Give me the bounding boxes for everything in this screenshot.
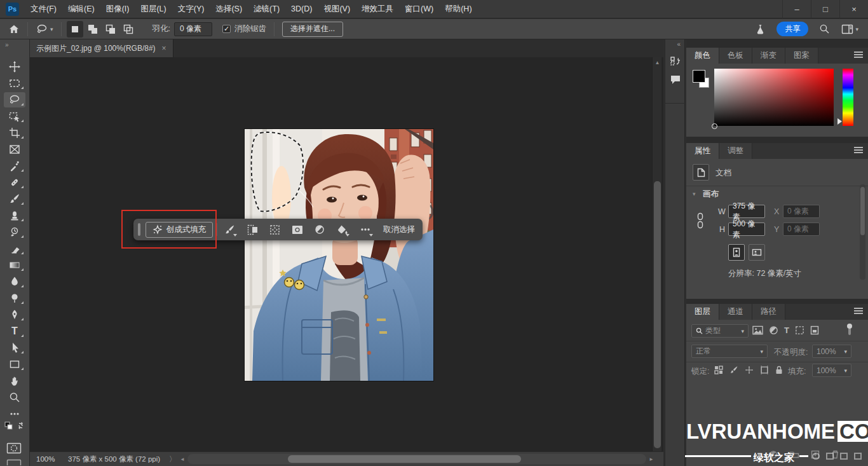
zoom-level-field[interactable]: 100%: [36, 455, 63, 463]
history-panel-icon[interactable]: [668, 55, 682, 69]
new-layer-icon[interactable]: [811, 450, 820, 459]
color-panel-menu-icon[interactable]: [854, 50, 863, 59]
search-icon[interactable]: [816, 21, 833, 38]
layer-filter-type-dropdown[interactable]: 类型▾: [691, 324, 749, 338]
link-dimensions-icon[interactable]: [696, 212, 704, 229]
properties-scrollbar[interactable]: [860, 184, 865, 280]
vertical-scrollbar[interactable]: ▲: [652, 57, 661, 451]
lock-all-icon[interactable]: [775, 366, 783, 374]
tab-gradients[interactable]: 渐变: [752, 48, 785, 64]
share-button[interactable]: 共享: [776, 22, 808, 36]
invert-selection-icon[interactable]: [243, 221, 261, 238]
canvas-section-chevron-icon[interactable]: ▾: [693, 191, 696, 197]
horizontal-scrollbar[interactable]: [187, 454, 646, 464]
zoom-tool-icon[interactable]: [4, 390, 25, 405]
vertical-scrollbar-thumb[interactable]: [654, 181, 661, 448]
x-input[interactable]: 0 像素: [783, 205, 820, 218]
horizontal-scrollbar-thumb[interactable]: [288, 455, 521, 463]
subtract-selection-mode-icon[interactable]: [102, 21, 119, 38]
properties-scrollbar-thumb[interactable]: [860, 187, 865, 235]
workspace-switcher-icon[interactable]: ▾: [838, 21, 862, 38]
home-icon[interactable]: [5, 21, 23, 38]
deselect-button[interactable]: 取消选择: [379, 224, 423, 235]
object-selection-tool-icon[interactable]: [4, 109, 25, 124]
eyedropper-tool-icon[interactable]: [4, 158, 25, 174]
opacity-dropdown[interactable]: 100%▾: [812, 345, 851, 358]
lasso-tool-icon[interactable]: [4, 92, 25, 107]
menu-select[interactable]: 选择(S): [210, 0, 248, 18]
crop-tool-icon[interactable]: [4, 125, 25, 140]
tab-adjustments[interactable]: 调整: [719, 143, 752, 159]
delete-layer-icon[interactable]: [831, 450, 839, 459]
menu-plugins[interactable]: 增效工具: [356, 0, 399, 18]
transform-selection-icon[interactable]: [266, 221, 283, 238]
properties-panel-menu-icon[interactable]: [854, 146, 863, 154]
rectangular-marquee-tool-icon[interactable]: [4, 76, 25, 91]
menu-layer[interactable]: 图层(L): [135, 0, 172, 18]
rectangle-tool-icon[interactable]: [4, 357, 25, 372]
tab-swatches[interactable]: 色板: [719, 48, 752, 64]
gradient-tool-icon[interactable]: [4, 257, 25, 273]
y-input[interactable]: 0 像素: [783, 223, 820, 236]
status-expand-icon[interactable]: 〉: [169, 455, 177, 464]
orientation-landscape-icon[interactable]: [749, 244, 765, 261]
lock-pixels-icon[interactable]: [729, 366, 738, 374]
document-tab[interactable]: 示例图片_02.jpg @ 100%(RGB/8#) ×: [30, 39, 173, 57]
menu-help[interactable]: 帮助(H): [439, 0, 477, 18]
hue-slider-arrow[interactable]: [837, 118, 842, 125]
tool-preset-lasso-icon[interactable]: ▾: [32, 21, 57, 38]
selection-brush-icon[interactable]: [221, 221, 238, 238]
tab-layers[interactable]: 图层: [686, 304, 719, 320]
new-selection-mode-icon[interactable]: [67, 21, 83, 38]
clone-stamp-tool-icon[interactable]: [4, 208, 25, 223]
layer-filter-toggle[interactable]: [846, 324, 853, 336]
spot-healing-brush-tool-icon[interactable]: [4, 175, 25, 190]
taskbar-more-options-icon[interactable]: [357, 221, 374, 238]
filter-shape-layers-icon[interactable]: [795, 326, 804, 335]
adjustment-icon[interactable]: [311, 221, 328, 238]
toolbar-collapse-icon[interactable]: »: [5, 41, 8, 48]
menu-edit[interactable]: 编辑(E): [62, 0, 100, 18]
screen-mode-icon[interactable]: [6, 459, 22, 465]
filter-pixel-layers-icon[interactable]: [752, 326, 763, 335]
scroll-left-icon[interactable]: ◄: [180, 456, 185, 462]
scroll-up-icon[interactable]: ▲: [653, 60, 662, 65]
minimize-button[interactable]: –: [782, 0, 811, 18]
close-button[interactable]: ×: [839, 0, 868, 18]
lock-transparency-icon[interactable]: [714, 366, 723, 374]
select-and-mask-button[interactable]: 选择并遮住...: [282, 22, 343, 37]
tab-color[interactable]: 颜色: [686, 48, 719, 64]
canvas-image[interactable]: [245, 129, 433, 381]
new-adjustment-layer-icon[interactable]: [769, 450, 778, 459]
blend-mode-dropdown[interactable]: 正常▾: [691, 345, 768, 358]
menu-3d[interactable]: 3D(D): [285, 0, 318, 18]
hue-strip[interactable]: [843, 69, 853, 126]
new-group-icon[interactable]: [789, 450, 799, 458]
filter-smart-objects-icon[interactable]: [810, 326, 819, 335]
lock-artboard-icon[interactable]: [760, 366, 769, 374]
lock-position-icon[interactable]: [745, 366, 754, 374]
eraser-tool-icon[interactable]: [4, 241, 25, 256]
maximize-button[interactable]: □: [811, 0, 839, 18]
filter-type-layers-icon[interactable]: T: [784, 326, 789, 335]
filter-adjustment-layers-icon[interactable]: [769, 326, 778, 335]
menu-window[interactable]: 窗口(W): [399, 0, 439, 18]
fill-dropdown[interactable]: 100%▾: [812, 364, 851, 377]
dodge-tool-icon[interactable]: [4, 291, 25, 306]
brush-tool-icon[interactable]: [4, 191, 25, 207]
color-field[interactable]: [714, 69, 834, 126]
width-input[interactable]: 375 像素: [728, 205, 765, 218]
blur-tool-icon[interactable]: [4, 274, 25, 289]
dock-collapse-icon[interactable]: «: [677, 41, 681, 48]
panel-color-swatches[interactable]: [693, 70, 715, 93]
beta-flask-icon[interactable]: [752, 21, 769, 38]
add-selection-mode-icon[interactable]: [85, 21, 101, 38]
menu-file[interactable]: 文件(F): [25, 0, 62, 18]
canvas-area[interactable]: 创成式填充 取消选择: [30, 57, 663, 466]
menu-type[interactable]: 文字(Y): [172, 0, 210, 18]
tab-properties[interactable]: 属性: [686, 143, 719, 159]
height-input[interactable]: 500 像素: [728, 223, 765, 236]
frame-tool-icon[interactable]: [4, 142, 25, 157]
hand-tool-icon[interactable]: [4, 373, 25, 388]
antialias-checkbox[interactable]: ✓: [222, 25, 231, 33]
